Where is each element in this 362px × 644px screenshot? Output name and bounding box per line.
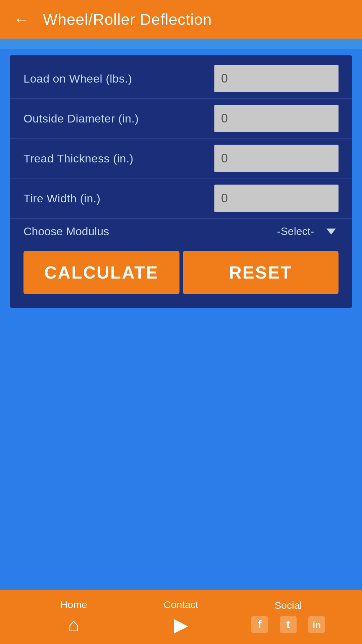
width-label: Tire Width (in.) — [23, 192, 214, 205]
facebook-icon[interactable]: f — [250, 614, 270, 635]
tread-label: Tread Thickness (in.) — [23, 152, 214, 165]
header-title: Wheel/Roller Deflection — [43, 10, 212, 29]
modulus-row: Choose Modulus -Select- — [10, 218, 352, 244]
main-content: Load on Wheel (lbs.) Outside Diameter (i… — [0, 49, 362, 590]
footer-social: Social f t in — [235, 600, 342, 635]
home-icon: ⌂ — [68, 614, 80, 636]
modulus-label: Choose Modulus — [23, 225, 277, 238]
load-input[interactable] — [214, 65, 339, 92]
linkedin-icon[interactable]: in — [307, 614, 327, 635]
form-card: Load on Wheel (lbs.) Outside Diameter (i… — [10, 55, 352, 308]
svg-text:in: in — [313, 620, 321, 630]
social-icons: f t in — [250, 614, 327, 635]
footer-contact[interactable]: Contact ▶ — [127, 599, 235, 636]
back-button[interactable]: ← — [13, 10, 30, 29]
tread-row: Tread Thickness (in.) — [10, 139, 352, 179]
tread-input[interactable] — [214, 145, 339, 172]
contact-icon: ▶ — [174, 614, 188, 636]
svg-text:f: f — [258, 618, 262, 631]
chevron-down-icon — [326, 229, 336, 235]
reset-button[interactable]: RESET — [183, 251, 339, 294]
diameter-label: Outside Diameter (in.) — [23, 112, 214, 125]
width-row: Tire Width (in.) — [10, 179, 352, 218]
contact-label: Contact — [164, 599, 198, 610]
diameter-row: Outside Diameter (in.) — [10, 99, 352, 139]
modulus-select-text: -Select- — [277, 225, 314, 238]
blue-band — [0, 39, 362, 49]
social-label: Social — [274, 600, 302, 611]
footer: Home ⌂ Contact ▶ Social f t — [0, 590, 362, 644]
load-label: Load on Wheel (lbs.) — [23, 72, 214, 85]
load-row: Load on Wheel (lbs.) — [10, 59, 352, 99]
modulus-select[interactable]: -Select- — [277, 225, 339, 238]
home-label: Home — [60, 599, 87, 610]
buttons-row: CALCULATE RESET — [10, 244, 352, 298]
calculate-button[interactable]: CALCULATE — [23, 251, 179, 294]
twitter-icon[interactable]: t — [278, 614, 298, 635]
diameter-input[interactable] — [214, 105, 339, 132]
select-spacer — [320, 225, 323, 238]
svg-text:t: t — [287, 618, 290, 631]
width-input[interactable] — [214, 185, 339, 212]
header: ← Wheel/Roller Deflection — [0, 0, 362, 39]
footer-home[interactable]: Home ⌂ — [20, 599, 127, 636]
